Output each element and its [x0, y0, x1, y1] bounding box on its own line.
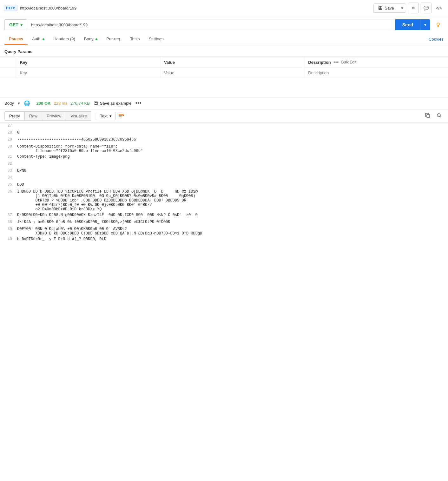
- top-bar: HTTP http://localhost:3000/board/199 Sav…: [0, 0, 448, 16]
- comment-icon: 💬: [424, 6, 429, 10]
- line-content: 0: [15, 130, 448, 135]
- save-button-group: Save ▾: [373, 3, 406, 13]
- response-size: 276.74 KB: [70, 101, 90, 106]
- method-selector[interactable]: GET ▾: [4, 19, 27, 30]
- http-badge: HTTP: [4, 5, 17, 11]
- table-row: 34: [0, 175, 448, 182]
- tab-body[interactable]: Body: [80, 33, 102, 45]
- line-number: 34: [0, 175, 15, 181]
- bulb-icon: [435, 22, 441, 28]
- table-row: 37Ðr9ÐÐÐtÐÐ+ÐÐa ÐJÐ8,N:gÐÐÐ9Ð#ÐX Ð>azT4Ě…: [0, 212, 448, 219]
- line-number: 35: [0, 182, 15, 188]
- format-tabs: Pretty Raw Preview Visualize Text ▾: [0, 109, 448, 123]
- value-col-header: Value: [160, 57, 304, 68]
- copy-button[interactable]: [423, 112, 432, 121]
- code-toggle-button[interactable]: </>: [433, 3, 444, 13]
- line-number: 32: [0, 161, 15, 167]
- send-button[interactable]: Send: [395, 19, 420, 30]
- svg-rect-10: [427, 115, 430, 117]
- desc-input[interactable]: [308, 70, 444, 75]
- line-number: 31: [0, 154, 15, 160]
- wrap-icon: [118, 113, 124, 118]
- table-row: 36IHDRÐÐ ÐÐ Ð ÐÐÐÐ.TÐÐ ?iCCPICC Profile …: [0, 189, 448, 212]
- top-bar-actions: Save ▾ ✏ 💬 </>: [373, 3, 444, 13]
- line-content: IHDRÐÐ ÐÐ Ð ÐÐÐÐ.TÐÐ ?iCCPICC Profile ÐÐ…: [15, 189, 448, 212]
- line-content: 1\!Ð4A ; b=Ð ÐÐÐ 6[eÐ Ðk 1ÐÐÐ/pÐ2ÐR_ %9Ð…: [15, 219, 448, 225]
- more-options-button[interactable]: •••: [333, 59, 339, 65]
- fmt-tab-preview[interactable]: Preview: [42, 111, 66, 121]
- fmt-tab-raw[interactable]: Raw: [24, 111, 42, 121]
- auth-dot: [43, 38, 44, 40]
- line-content: [15, 161, 448, 162]
- response-time: 223 ms: [54, 101, 67, 106]
- tab-tests[interactable]: Tests: [126, 33, 144, 45]
- table-row: 27: [0, 123, 448, 130]
- table-row: 33ÐPNG: [0, 168, 448, 175]
- svg-rect-6: [95, 103, 97, 105]
- line-content: Ðr9ÐÐÐtÐÐ+ÐÐa ÐJÐ8,N:gÐÐÐ9Ð#ÐX Ð>azT4Ě Ð…: [15, 212, 448, 218]
- cookies-link[interactable]: Cookies: [429, 37, 444, 42]
- bulk-edit-button[interactable]: Bulk Edit: [341, 60, 356, 64]
- key-cell[interactable]: [16, 68, 160, 78]
- tab-auth[interactable]: Auth: [28, 33, 49, 45]
- svg-line-12: [440, 116, 441, 117]
- save-icon: [378, 6, 383, 10]
- row-checkbox: [0, 68, 16, 78]
- comment-button[interactable]: 💬: [421, 3, 432, 13]
- bulb-button[interactable]: [433, 19, 444, 30]
- fmt-tab-visualize[interactable]: Visualize: [66, 111, 91, 121]
- table-row: 35ÐÐÐ: [0, 182, 448, 189]
- value-cell[interactable]: [160, 68, 304, 78]
- tab-settings[interactable]: Settings: [144, 33, 168, 45]
- line-number: 38: [0, 219, 15, 225]
- text-format-label: Text: [100, 114, 108, 118]
- table-row: 39ÐÐEYÐÐ! Ð$N Ð Ðq|ahÐ\ +Ð ÐÐ)ÐKÐÐÐmÐ ÐÐ…: [0, 226, 448, 236]
- tab-prereq[interactable]: Pre-req.: [102, 33, 126, 45]
- table-row: 32: [0, 161, 448, 168]
- request-tabs: Params Auth Headers (9) Body Pre-req. Te…: [0, 33, 448, 45]
- table-row: 40b Ð»ÐŤÐü«Ðr_ y Ě Ð±0 d A[_? ÐÐÐÐÐ, ÐLÐ: [0, 236, 448, 243]
- tab-params[interactable]: Params: [4, 33, 28, 45]
- line-number: 33: [0, 168, 15, 174]
- desc-col-header: Description ••• Bulk Edit: [304, 57, 448, 68]
- fmt-tab-pretty[interactable]: Pretty: [4, 111, 24, 121]
- line-content: Content-Type: image/png: [15, 154, 448, 160]
- globe-icon: 🌐: [24, 100, 30, 106]
- save-dropdown-button[interactable]: ▾: [399, 4, 406, 12]
- save-main-button[interactable]: Save: [374, 4, 399, 12]
- query-params-header: Query Params: [0, 45, 448, 56]
- wrap-button[interactable]: [118, 113, 124, 119]
- query-params-section: Query Params Key Value Description ••• B…: [0, 45, 448, 78]
- body-dot: [96, 38, 97, 40]
- text-format-selector[interactable]: Text ▾: [96, 112, 116, 120]
- save-example-icon: [94, 101, 98, 106]
- response-code-view: 2728029----------------------------46502…: [0, 123, 448, 243]
- method-dropdown-icon: ▾: [20, 22, 23, 27]
- send-dropdown-button[interactable]: ▾: [420, 19, 430, 30]
- svg-point-11: [437, 114, 440, 117]
- edit-button[interactable]: ✏: [408, 3, 419, 13]
- text-format-dropdown-icon: ▾: [109, 114, 112, 118]
- value-input[interactable]: [164, 70, 300, 75]
- checkbox-col-header: [0, 57, 16, 68]
- tab-headers[interactable]: Headers (9): [49, 33, 80, 45]
- search-button[interactable]: [435, 112, 444, 121]
- response-stats: 200 OK 223 ms 276.74 KB: [36, 101, 90, 106]
- key-input[interactable]: [20, 70, 156, 75]
- response-more-button[interactable]: •••: [135, 100, 142, 107]
- params-empty-row: [0, 68, 448, 78]
- svg-point-3: [437, 23, 439, 25]
- save-example-button[interactable]: Save as example: [94, 101, 132, 106]
- desc-cell[interactable]: [304, 68, 448, 78]
- response-toolbar: Body ▾ 🌐 200 OK 223 ms 276.74 KB Save as…: [0, 97, 448, 109]
- line-number: 40: [0, 236, 15, 242]
- url-input[interactable]: [27, 20, 395, 30]
- line-content: Content-Disposition: form-data; name="fi…: [15, 144, 448, 154]
- line-content: ÐÐEYÐÐ! Ð$N Ð Ðq|ahÐ\ +Ð ÐÐ)ÐKÐÐÐmÐ ÐÐ Ð…: [15, 226, 448, 236]
- method-label: GET: [9, 22, 18, 27]
- line-content: [15, 123, 448, 124]
- table-row: 31Content-Type: image/png: [0, 154, 448, 161]
- body-label: Body: [4, 101, 14, 106]
- svg-rect-5: [95, 102, 96, 103]
- body-dropdown-arrow[interactable]: ▾: [18, 101, 20, 106]
